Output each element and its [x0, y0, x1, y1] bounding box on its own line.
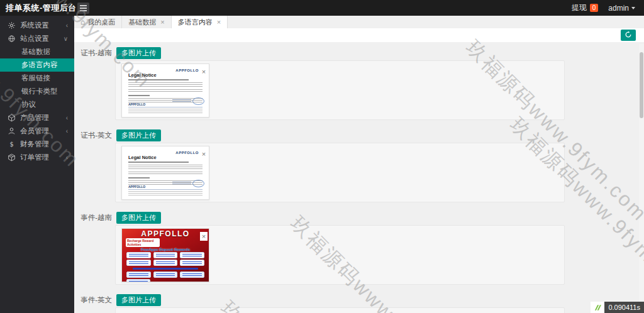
sidebar-item-label: 订单管理 — [20, 153, 49, 162]
certificate-footer-logo: APPFOLLO — [128, 102, 145, 106]
upload-panel: APPFOLLO Legal Notice APPFOLLO × — [115, 60, 565, 120]
section-label: 事件-越南 — [74, 213, 112, 222]
main-area: ⌂ 我的桌面 基础数据 × 多语言内容 × 证书-越南 多图片上传 — [74, 16, 644, 313]
section-label: 证书-英文 — [74, 131, 112, 140]
paragraph-lines — [128, 172, 203, 175]
user-icon — [8, 127, 16, 135]
topbar: 排单系统-管理后台 提现 0 admin — [0, 0, 644, 16]
certificate-title: Legal Notice — [128, 155, 157, 160]
tab-basic-data[interactable]: 基础数据 × — [122, 16, 171, 28]
multi-image-upload-button[interactable]: 多图片上传 — [116, 47, 161, 59]
thumbnail-close-button[interactable]: × — [200, 232, 208, 241]
hamburger-icon — [80, 5, 87, 6]
multi-image-upload-button[interactable]: 多图片上传 — [116, 294, 161, 306]
sidebar-subitem-agreement[interactable]: 协议 — [0, 98, 74, 111]
toolbar — [74, 28, 644, 42]
image-thumbnail-certificate[interactable]: APPFOLLO Legal Notice APPFOLLO × — [121, 146, 209, 200]
sidebar-item-member-management[interactable]: 会员管理 ‹ — [0, 124, 74, 138]
fine-print-lines — [128, 109, 203, 114]
chevron-left-icon: ‹ — [66, 114, 68, 121]
thumbnail-close-button[interactable]: × — [200, 150, 208, 158]
sidebar-subitem-basic-data[interactable]: 基础数据 — [0, 45, 74, 58]
sidebar-subitem-label: 客服链接 — [21, 74, 50, 83]
dollar-icon: $ — [8, 140, 16, 148]
paragraph-lines — [128, 165, 203, 170]
stamp-seal — [192, 97, 204, 105]
multi-image-upload-button[interactable]: 多图片上传 — [116, 212, 161, 224]
section-event-vietnam: 事件-越南 多图片上传 APPFOLLO Recharge Reward Act… — [74, 211, 639, 285]
withdraw-count-badge: 0 — [590, 4, 599, 12]
paragraph-lines — [128, 82, 203, 87]
sidebar-subitem-label: 基础数据 — [21, 47, 50, 57]
chevron-left-icon: ‹ — [66, 128, 68, 135]
tab-bar: ⌂ 我的桌面 基础数据 × 多语言内容 × — [74, 16, 644, 28]
divider — [128, 107, 203, 107]
sidebar-subitem-bankcard-type[interactable]: 银行卡类型 — [0, 85, 74, 98]
sidebar-item-system-settings[interactable]: 系统设置 ‹ — [0, 19, 74, 32]
event-banner-preview: APPFOLLO Recharge Reward Activities Free… — [122, 229, 209, 282]
page-title: 排单系统-管理后台 — [0, 3, 74, 14]
subheading-line — [128, 177, 150, 178]
certificate-title: Legal Notice — [128, 72, 157, 78]
upload-panel: APPFOLLO Legal Notice APPFOLLO × — [115, 143, 565, 202]
withdraw-link[interactable]: 提现 0 — [572, 3, 599, 13]
image-thumbnail-event-banner[interactable]: APPFOLLO Recharge Reward Activities Free… — [121, 228, 209, 282]
tab-my-desktop[interactable]: ⌂ 我的桌面 — [74, 16, 122, 28]
chevron-left-icon: ‹ — [66, 22, 68, 29]
sidebar-item-product-management[interactable]: 产品管理 ‹ — [0, 111, 74, 124]
user-menu[interactable]: admin — [608, 4, 635, 13]
caret-down-icon — [631, 7, 635, 9]
section-event-english: 事件-英文 多图片上传 — [74, 294, 639, 313]
thumbnail-close-button[interactable]: × — [200, 67, 208, 76]
chevron-left-icon: ‹ — [66, 154, 68, 161]
certificate-logo: APPFOLLO — [175, 151, 199, 155]
banner-blue-text-line — [133, 268, 198, 270]
cube-icon — [8, 114, 16, 122]
sidebar-item-label: 财务管理 — [20, 140, 49, 149]
stamp-seal — [192, 180, 204, 187]
section-label: 事件-英文 — [74, 295, 112, 305]
sidebar-subitem-label: 银行卡类型 — [21, 87, 58, 96]
sidebar-subitem-multilang-content[interactable]: 多语言内容 — [0, 58, 74, 72]
close-icon[interactable]: × — [217, 18, 221, 26]
banner-title: APPFOLLO — [122, 229, 209, 238]
refresh-button[interactable] — [621, 30, 636, 41]
sidebar-item-label: 系统设置 — [20, 21, 49, 30]
tab-multilang-content[interactable]: 多语言内容 × — [172, 16, 228, 28]
section-cert-vietnam: 证书-越南 多图片上传 APPFOLLO Legal Notice — [74, 47, 639, 120]
sidebar-item-site-settings[interactable]: 站点设置 ∨ — [0, 32, 74, 45]
exec-time-value: 0.090411s — [604, 302, 644, 313]
upload-panel — [115, 307, 565, 313]
refresh-icon — [625, 31, 632, 40]
section-label: 证书-越南 — [74, 48, 112, 58]
vertical-scrollbar — [639, 44, 644, 313]
image-thumbnail-certificate[interactable]: APPFOLLO Legal Notice APPFOLLO × — [121, 63, 209, 118]
exec-time-badge[interactable]: 0.090411s — [591, 302, 644, 313]
certificate-preview: APPFOLLO Legal Notice APPFOLLO — [122, 146, 209, 199]
sidebar-item-finance-management[interactable]: $ 财务管理 — [0, 138, 74, 151]
sidebar-item-label: 会员管理 — [20, 126, 49, 136]
text-line — [128, 79, 189, 80]
menu-toggle-button[interactable] — [77, 3, 89, 14]
certificate-footer-logo: APPFOLLO — [128, 185, 145, 189]
content-area: 证书-越南 多图片上传 APPFOLLO Legal Notice — [74, 42, 639, 313]
subheading-line — [128, 95, 150, 96]
divider — [128, 189, 203, 190]
tab-label: 我的桌面 — [87, 18, 115, 27]
sidebar-item-order-management[interactable]: 订单管理 ‹ — [0, 151, 74, 164]
username: admin — [608, 4, 629, 13]
tab-label: 多语言内容 — [178, 18, 213, 27]
close-icon[interactable]: × — [160, 18, 164, 26]
section-head: 证书-英文 多图片上传 — [74, 129, 639, 141]
text-line — [128, 162, 189, 163]
section-head: 事件-英文 多图片上传 — [74, 294, 639, 306]
sidebar: 系统设置 ‹ 站点设置 ∨ 基础数据 多语言内容 客服链接 银行卡类型 协议 产… — [0, 16, 74, 313]
globe-icon — [8, 35, 16, 43]
sidebar-subitem-service-links[interactable]: 客服链接 — [0, 72, 74, 85]
chevron-down-icon: ∨ — [64, 35, 68, 42]
multi-image-upload-button[interactable]: 多图片上传 — [116, 129, 161, 141]
sidebar-item-label: 产品管理 — [20, 113, 49, 123]
scrollbar-thumb[interactable] — [640, 52, 643, 118]
section-head: 事件-越南 多图片上传 — [74, 211, 639, 224]
upload-panel: APPFOLLO Recharge Reward Activities Free… — [115, 225, 565, 285]
